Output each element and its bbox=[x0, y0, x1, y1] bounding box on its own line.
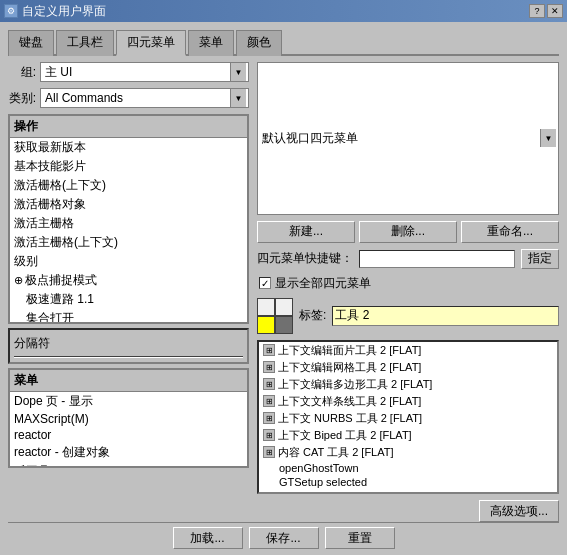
action-buttons: 新建... 删除... 重命名... bbox=[257, 221, 559, 243]
list-item[interactable]: reactor bbox=[10, 427, 247, 443]
save-button[interactable]: 保存... bbox=[249, 527, 319, 549]
list-item[interactable]: 激活栅格(上下文) bbox=[10, 176, 247, 195]
right-list-item-text: 上下文编辑面片工具 2 [FLAT] bbox=[278, 343, 421, 358]
right-list-item-text: 上下文文样条线工具 2 [FLAT] bbox=[278, 394, 421, 409]
item-icon: ⊞ bbox=[263, 361, 275, 373]
operations-header: 操作 bbox=[10, 116, 247, 138]
load-button[interactable]: 加载... bbox=[173, 527, 243, 549]
menu-list[interactable]: Dope 页 - 显示 MAXScript(M) reactor reactor… bbox=[10, 392, 247, 466]
tab-menu[interactable]: 菜单 bbox=[188, 30, 234, 56]
separator-line bbox=[14, 356, 243, 358]
title-bar: ⚙ 自定义用户界面 ? ✕ bbox=[0, 0, 567, 22]
right-list-item-text: 上下文 Biped 工具 2 [FLAT] bbox=[278, 428, 412, 443]
list-item[interactable]: MAXScript(M) bbox=[10, 411, 247, 427]
bottom-row: 加载... 保存... 重置 bbox=[8, 522, 559, 549]
category-row: 类别: All Commands ▼ bbox=[8, 88, 249, 108]
help-button[interactable]: ? bbox=[529, 4, 545, 18]
swatch-0[interactable] bbox=[257, 298, 275, 316]
right-list-item-text: openGhostTown bbox=[263, 462, 359, 474]
show-all-row: ✓ 显示全部四元菜单 bbox=[257, 275, 559, 292]
list-item-text: 极点捕捉模式 bbox=[25, 272, 97, 289]
rename-button[interactable]: 重命名... bbox=[461, 221, 559, 243]
close-button[interactable]: ✕ bbox=[547, 4, 563, 18]
color-row: 标签: bbox=[257, 298, 559, 334]
dialog-body: 键盘 工具栏 四元菜单 菜单 颜色 组: 主 UI ▼ 类别: All Comm… bbox=[0, 22, 567, 555]
tab-keyboard[interactable]: 键盘 bbox=[8, 30, 54, 56]
title-text: 自定义用户界面 bbox=[22, 3, 106, 20]
right-list-item[interactable]: ⊞ 上下文 NURBS 工具 2 [FLAT] bbox=[259, 410, 557, 427]
tab-bar: 键盘 工具栏 四元菜单 菜单 颜色 bbox=[8, 28, 559, 56]
right-panel: 默认视口四元菜单 ▼ 新建... 删除... 重命名... 四元菜单快捷键： 指… bbox=[257, 62, 559, 522]
item-icon: ⊞ bbox=[263, 429, 275, 441]
list-item[interactable]: 极速遭路 1.1 bbox=[10, 290, 247, 309]
right-list-item-text: 上下文 NURBS 工具 2 [FLAT] bbox=[278, 411, 422, 426]
swatch-2[interactable] bbox=[257, 316, 275, 334]
snap-icon: ⊕ bbox=[14, 274, 23, 287]
right-list-item[interactable]: GTBuild selected bbox=[259, 489, 557, 495]
quad-menu-combo-arrow: ▼ bbox=[540, 129, 556, 147]
right-list-item-text: 内容 CAT 工具 2 [FLAT] bbox=[278, 445, 394, 460]
tab-quad-menu[interactable]: 四元菜单 bbox=[116, 30, 186, 56]
shortcut-row: 四元菜单快捷键： 指定 bbox=[257, 249, 559, 269]
operations-list[interactable]: 获取最新版本 基本技能影片 激活栅格(上下文) 激活栅格对象 激活主栅格 激活主… bbox=[10, 138, 247, 322]
right-list-item[interactable]: ⊞ 上下文文样条线工具 2 [FLAT] bbox=[259, 393, 557, 410]
right-list-item[interactable]: ⊞ 内容 CAT 工具 2 [FLAT] bbox=[259, 444, 557, 461]
advanced-button[interactable]: 高级选项... bbox=[479, 500, 559, 522]
list-item[interactable]: 集合打开 bbox=[10, 309, 247, 322]
tag-label: 标签: bbox=[299, 307, 326, 324]
show-all-checkbox[interactable]: ✓ bbox=[259, 277, 271, 289]
right-list-item[interactable]: openGhostTown bbox=[259, 461, 557, 475]
list-item[interactable]: 激活主栅格 bbox=[10, 214, 247, 233]
group-value: 主 UI bbox=[43, 64, 230, 81]
right-list[interactable]: ⊞ 上下文编辑面片工具 2 [FLAT] ⊞ 上下文编辑网格工具 2 [FLAT… bbox=[257, 340, 559, 495]
category-combo[interactable]: All Commands ▼ bbox=[40, 88, 249, 108]
right-list-item[interactable]: ⊞ 上下文编辑网格工具 2 [FLAT] bbox=[259, 359, 557, 376]
assign-button[interactable]: 指定 bbox=[521, 249, 559, 269]
main-content: 组: 主 UI ▼ 类别: All Commands ▼ 操作 获取最新版本 bbox=[8, 62, 559, 522]
quad-menu-combo[interactable]: 默认视口四元菜单 ▼ bbox=[257, 62, 559, 215]
quad-menu-value: 默认视口四元菜单 bbox=[260, 130, 540, 147]
tab-toolbar[interactable]: 工具栏 bbox=[56, 30, 114, 56]
left-panel: 组: 主 UI ▼ 类别: All Commands ▼ 操作 获取最新版本 bbox=[8, 62, 249, 522]
swatch-1[interactable] bbox=[275, 298, 293, 316]
app-icon: ⚙ bbox=[4, 4, 18, 18]
group-combo[interactable]: 主 UI ▼ bbox=[40, 62, 249, 82]
new-button[interactable]: 新建... bbox=[257, 221, 355, 243]
menu-section: 菜单 Dope 页 - 显示 MAXScript(M) reactor reac… bbox=[8, 368, 249, 468]
list-item[interactable]: 级别 bbox=[10, 252, 247, 271]
show-all-label: 显示全部四元菜单 bbox=[275, 275, 371, 292]
list-item[interactable]: 激活栅格对象 bbox=[10, 195, 247, 214]
right-list-item[interactable]: GTSetup selected bbox=[259, 475, 557, 489]
title-bar-left: ⚙ 自定义用户界面 bbox=[4, 3, 106, 20]
tab-color[interactable]: 颜色 bbox=[236, 30, 282, 56]
category-label: 类别: bbox=[8, 90, 36, 107]
list-item[interactable]: Dope 页 - 显示 bbox=[10, 392, 247, 411]
menu-header: 菜单 bbox=[10, 370, 247, 392]
shortcut-input[interactable] bbox=[359, 250, 515, 268]
swatch-3[interactable] bbox=[275, 316, 293, 334]
delete-button[interactable]: 删除... bbox=[359, 221, 457, 243]
right-list-item[interactable]: ⊞ 上下文编辑面片工具 2 [FLAT] bbox=[259, 342, 557, 359]
group-row: 组: 主 UI ▼ bbox=[8, 62, 249, 82]
tag-input[interactable] bbox=[332, 306, 559, 326]
right-list-item-text: GTBuild selected bbox=[263, 490, 363, 495]
item-icon: ⊞ bbox=[263, 446, 275, 458]
list-item[interactable]: 获取最新版本 bbox=[10, 138, 247, 157]
category-value: All Commands bbox=[43, 91, 230, 105]
item-icon: ⊞ bbox=[263, 344, 275, 356]
list-item[interactable]: 激活主栅格(上下文) bbox=[10, 233, 247, 252]
item-icon: ⊞ bbox=[263, 395, 275, 407]
list-item[interactable]: ⊕ 极点捕捉模式 bbox=[10, 271, 247, 290]
list-item[interactable]: reactor - 创建对象 bbox=[10, 443, 247, 462]
right-list-item-text: 上下文编辑网格工具 2 [FLAT] bbox=[278, 360, 421, 375]
list-item[interactable]: 反工具 bbox=[10, 462, 247, 466]
separator-section: 分隔符 bbox=[8, 328, 249, 364]
right-list-item-text: 上下文编辑多边形工具 2 [FLAT] bbox=[278, 377, 432, 392]
group-label: 组: bbox=[8, 64, 36, 81]
list-item[interactable]: 基本技能影片 bbox=[10, 157, 247, 176]
right-list-item-text: GTSetup selected bbox=[263, 476, 367, 488]
right-list-item[interactable]: ⊞ 上下文 Biped 工具 2 [FLAT] bbox=[259, 427, 557, 444]
reset-button[interactable]: 重置 bbox=[325, 527, 395, 549]
group-combo-arrow: ▼ bbox=[230, 63, 246, 81]
right-list-item[interactable]: ⊞ 上下文编辑多边形工具 2 [FLAT] bbox=[259, 376, 557, 393]
